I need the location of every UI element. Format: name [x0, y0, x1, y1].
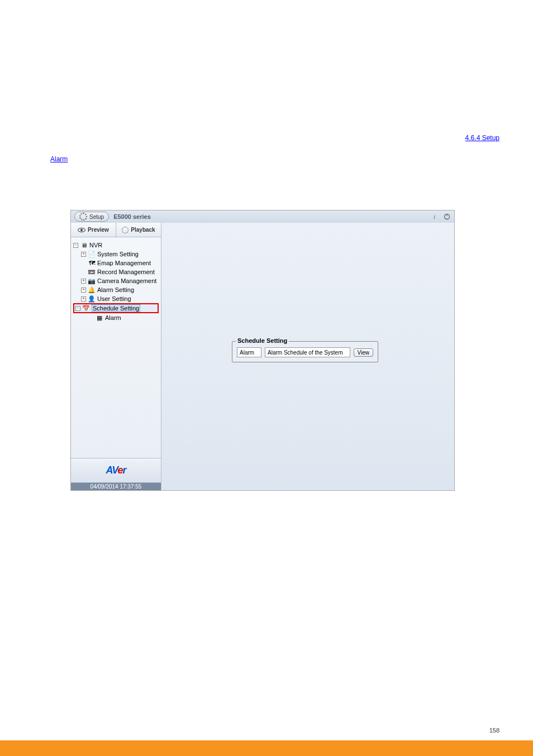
tree-item-alarm-setting[interactable]: + 🔔 Alarm Setting [73, 285, 159, 294]
record-icon: 📼 [88, 268, 96, 276]
schedule-type-cell: Alarm [237, 347, 261, 357]
tree-item-user-setting[interactable]: + 👤 User Setting [73, 294, 159, 303]
expand-icon[interactable]: + [81, 288, 86, 293]
alarm-icon: 🔔 [88, 286, 96, 294]
tree-item-label: Schedule Setting [92, 304, 140, 312]
expand-icon[interactable]: + [81, 252, 86, 257]
view-button[interactable]: View [354, 348, 374, 357]
playback-icon [122, 227, 129, 233]
gear-icon [79, 213, 87, 221]
power-icon[interactable] [443, 213, 451, 221]
tree-item-schedule-setting[interactable]: − 📅 Schedule Setting [73, 303, 159, 313]
content-area: Preview Playback − 🖥 NVR + 📄 System Sett… [71, 223, 454, 490]
camera-icon: 📷 [88, 277, 96, 285]
tree-item-label: Camera Management [97, 277, 156, 284]
aver-logo: AVer [106, 465, 126, 476]
tree-item-label: Record Management [97, 269, 155, 275]
schedule-desc-cell: Alarm Schedule of the System [265, 347, 350, 357]
expand-icon[interactable]: + [81, 279, 86, 284]
title-bar: Setup E5000 series i [71, 210, 454, 223]
tree-item-label: User Setting [97, 295, 131, 302]
tree-item-system-setting[interactable]: + 📄 System Setting [73, 250, 159, 259]
schedule-row: Alarm Alarm Schedule of the System View [237, 347, 373, 357]
expand-icon[interactable]: + [81, 296, 86, 302]
settings-icon: 📄 [88, 250, 96, 258]
tree-root[interactable]: − 🖥 NVR [73, 241, 159, 250]
title-bar-right: i [431, 213, 451, 221]
user-icon: 👤 [88, 295, 96, 303]
eye-icon [78, 228, 85, 232]
product-title: E5000 series [113, 213, 151, 220]
app-window: Setup E5000 series i Preview Playback [70, 210, 455, 491]
schedule-legend: Schedule Setting [236, 337, 289, 344]
sidebar-footer: AVer [71, 458, 161, 482]
sidebar: Preview Playback − 🖥 NVR + 📄 System Sett… [71, 223, 161, 490]
nvr-icon: 🖥 [80, 241, 88, 249]
nav-tree: − 🖥 NVR + 📄 System Setting 🗺 Emap Manage… [71, 237, 161, 458]
tree-item-alarm[interactable]: ▦ Alarm [73, 313, 159, 322]
collapse-icon[interactable]: − [75, 306, 80, 311]
tree-root-label: NVR [89, 242, 102, 248]
tab-preview[interactable]: Preview [71, 223, 116, 237]
tab-preview-label: Preview [88, 227, 109, 233]
datetime-display: 04/09/2014 17:37:55 [71, 482, 161, 490]
collapse-icon[interactable]: − [73, 243, 78, 248]
schedule-icon: 📅 [82, 304, 90, 312]
tree-item-label: Emap Management [97, 260, 151, 266]
tree-item-record[interactable]: 📼 Record Management [73, 267, 159, 276]
tree-item-label: System Setting [97, 251, 139, 257]
main-panel: Schedule Setting Alarm Alarm Schedule of… [161, 223, 454, 490]
info-icon[interactable]: i [431, 213, 439, 221]
schedule-setting-group: Schedule Setting Alarm Alarm Schedule of… [232, 341, 378, 362]
tree-item-emap[interactable]: 🗺 Emap Management [73, 259, 159, 267]
setup-label: Setup [89, 214, 104, 220]
tab-playback[interactable]: Playback [116, 223, 161, 237]
tree-item-label: Alarm [105, 314, 121, 321]
setup-badge[interactable]: Setup [74, 212, 109, 222]
tree-item-camera[interactable]: + 📷 Camera Management [73, 276, 159, 285]
link-alarm[interactable]: Alarm [50, 155, 68, 163]
page-number: 158 [489, 727, 499, 734]
tabs-row: Preview Playback [71, 223, 161, 237]
svg-text:i: i [434, 213, 435, 220]
map-icon: 🗺 [88, 259, 96, 267]
footer-bar [0, 740, 533, 756]
tab-playback-label: Playback [131, 227, 155, 233]
link-above[interactable]: 4.6.4 Setup [465, 134, 499, 142]
calendar-icon: ▦ [96, 314, 103, 322]
tree-item-label: Alarm Setting [97, 286, 134, 293]
